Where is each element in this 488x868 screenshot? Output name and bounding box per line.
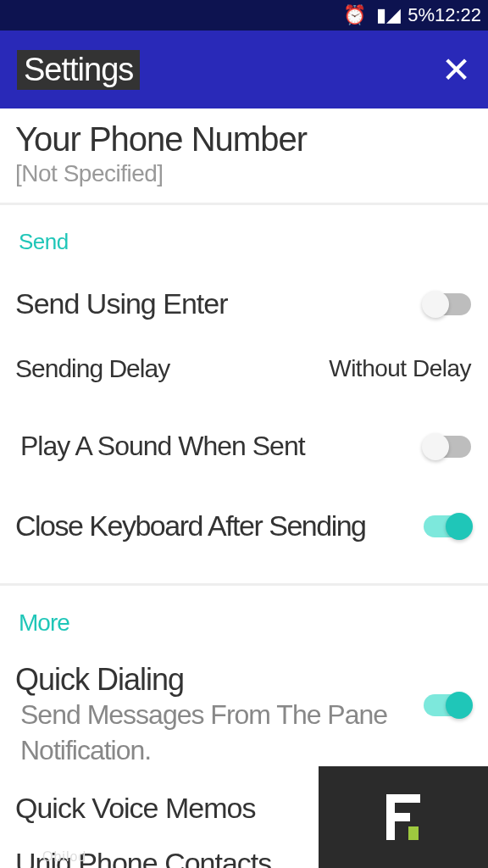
brand-logo-icon [386, 794, 420, 840]
battery-percent: 5% [408, 4, 435, 26]
signal-icon: ▮◢ [376, 4, 401, 26]
close-keyboard-toggle[interactable] [424, 515, 471, 537]
quick-dialing-row[interactable]: Quick Dialing Send Messages From The Pan… [0, 645, 488, 771]
status-time: 12:22 [435, 4, 481, 26]
page-title: Settings [17, 50, 140, 90]
app-header: Settings ✕ [0, 31, 488, 108]
sending-delay-label: Sending Delay [15, 354, 169, 383]
quick-dialing-subtitle-2: Notification. [15, 733, 471, 769]
more-section-header: More [0, 586, 488, 645]
send-enter-label: Send Using Enter [15, 287, 228, 320]
send-enter-toggle[interactable] [424, 293, 471, 315]
watermark-text: Obilod [42, 849, 86, 865]
phone-number-section[interactable]: Your Phone Number [Not Specified] [0, 108, 488, 205]
phone-number-title: Your Phone Number [15, 120, 473, 159]
play-sound-toggle[interactable] [424, 436, 471, 458]
phone-number-value: [Not Specified] [15, 160, 473, 187]
send-using-enter-row[interactable]: Send Using Enter [0, 264, 488, 344]
quick-dialing-title: Quick Dialing [15, 662, 471, 698]
sending-delay-row[interactable]: Sending Delay Without Delay [0, 344, 488, 407]
sending-delay-value: Without Delay [329, 355, 471, 382]
logo-overlay [319, 766, 488, 868]
quick-dialing-subtitle-1: Send Messages From The Pane [15, 698, 471, 733]
close-icon[interactable]: ✕ [441, 49, 471, 91]
close-keyboard-row[interactable]: Close Keyboard After Sending [0, 486, 488, 566]
send-section-header: Send [0, 205, 488, 264]
voice-memos-label: Quick Voice Memos [15, 792, 255, 825]
alarm-icon: ⏰ [343, 4, 366, 26]
close-keyboard-label: Close Keyboard After Sending [15, 509, 366, 542]
play-sound-label: Play A Sound When Sent [15, 431, 305, 462]
status-bar: ⏰ ▮◢ 5% 12:22 [0, 0, 488, 31]
play-sound-row[interactable]: Play A Sound When Sent [0, 407, 488, 486]
quick-dialing-toggle[interactable] [424, 694, 471, 716]
